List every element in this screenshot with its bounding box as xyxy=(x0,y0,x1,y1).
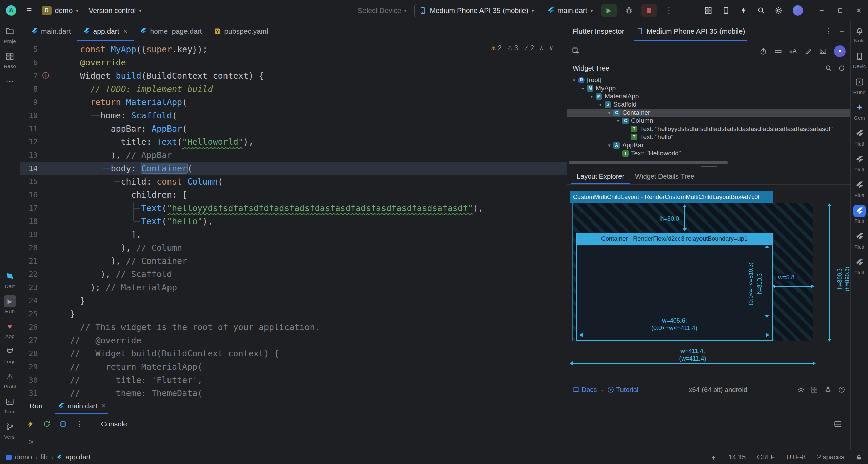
show-baselines-icon[interactable]: aA xyxy=(789,47,797,55)
stop-button[interactable] xyxy=(641,4,657,17)
chevron-down-icon[interactable]: ▾ xyxy=(588,94,595,99)
toolwindow-button-gemini[interactable]: Gem xyxy=(851,102,868,121)
indent-setting[interactable]: 2 spaces xyxy=(817,453,844,461)
code-line[interactable]: 5 const MyApp({super.key}); xyxy=(20,43,567,56)
line-number[interactable]: 16 xyxy=(20,188,38,201)
toolwindow-button-app-quality-insights[interactable]: ♥App xyxy=(0,320,20,339)
hide-panel-icon[interactable] xyxy=(839,28,845,34)
tree-node-root[interactable]: ▾R[root] xyxy=(567,76,850,84)
line-number[interactable]: 10 xyxy=(20,109,38,122)
code-line[interactable]: 8 // TODO: implement build xyxy=(20,82,567,96)
code-line[interactable]: 25} xyxy=(20,307,567,321)
toolwindow-button-running-devices[interactable]: Runn xyxy=(851,76,868,95)
line-number[interactable]: 21 xyxy=(20,254,38,268)
close-tab-icon[interactable]: × xyxy=(123,27,128,36)
line-number[interactable]: 5 xyxy=(20,43,38,56)
chevron-down-icon[interactable]: ▾ xyxy=(606,143,613,148)
line-number[interactable]: 19 xyxy=(20,228,38,241)
help-icon[interactable]: ? xyxy=(838,386,845,393)
code-line[interactable]: 30// title: 'Flutter', xyxy=(20,373,567,387)
tree-node-MaterialApp[interactable]: ▾MMaterialApp xyxy=(567,92,850,100)
close-button[interactable] xyxy=(856,7,862,14)
code-line[interactable]: 15 child: const Column( xyxy=(20,175,567,188)
tree-node-Column[interactable]: ▾CColumn xyxy=(567,117,850,125)
file-encoding[interactable]: UTF-8 xyxy=(786,453,806,461)
maximize-button[interactable] xyxy=(837,8,843,13)
code-line[interactable]: 14 body: Container( xyxy=(20,162,567,175)
tab-options-icon[interactable]: ⋮ xyxy=(855,21,863,41)
code-line[interactable]: 22 ), // Scaffold xyxy=(20,268,567,281)
passed-count[interactable]: ✓ 2 xyxy=(524,44,534,52)
editor-tab-home_page.dart[interactable]: home_page.dart xyxy=(134,21,208,41)
breadcrumb-project[interactable]: demo xyxy=(15,453,32,461)
toolwindow-button-project-folder[interactable]: Proje xyxy=(0,25,20,44)
tree-node-Text[interactable]: TText: "hello" xyxy=(567,133,850,141)
line-number[interactable]: 11 xyxy=(20,122,38,135)
user-avatar[interactable] xyxy=(793,5,803,16)
tree-node-AppBar[interactable]: ▾AAppBar xyxy=(567,141,850,149)
line-number[interactable]: 31 xyxy=(20,387,38,398)
code-line[interactable]: 26 // This widget is the root of your ap… xyxy=(20,321,567,334)
line-number[interactable]: 13 xyxy=(20,149,38,162)
chevron-down-icon[interactable]: ▾ xyxy=(597,102,604,107)
line-number[interactable]: 23 xyxy=(20,281,38,294)
toolwindow-button-flutter-coverage[interactable]: Flutt xyxy=(851,179,868,198)
code-line[interactable]: 7↑ Widget build(BuildContext context) { xyxy=(20,69,567,82)
toolwindow-button-dart[interactable]: Dart xyxy=(0,270,20,289)
device-selector[interactable]: Medium Phone API 35 (mobile) ▾ xyxy=(414,4,539,17)
inspector-settings-icon[interactable] xyxy=(797,386,804,393)
breadcrumb-folder[interactable]: lib xyxy=(41,453,48,461)
code-line[interactable]: 24 } xyxy=(20,294,567,307)
code-line[interactable]: 18 Text("hello"), xyxy=(20,215,567,228)
toolwindow-button-flutter-performance[interactable]: Flutt xyxy=(851,128,868,147)
editor-tab-pubspec.yaml[interactable]: Ypubspec.yaml xyxy=(208,21,274,41)
debug-button[interactable] xyxy=(625,6,633,15)
settings-icon[interactable] xyxy=(775,7,783,14)
panel-options-icon[interactable]: ⋮ xyxy=(825,27,832,36)
code-line[interactable]: 13 ), // AppBar xyxy=(20,149,567,162)
line-number[interactable]: 20 xyxy=(20,241,38,254)
line-number[interactable]: 18 xyxy=(20,215,38,228)
hot-restart-icon[interactable] xyxy=(43,420,51,428)
code-line[interactable]: 21 ), // Container xyxy=(20,254,567,268)
more-actions-icon[interactable]: ⋮ xyxy=(665,6,673,15)
lightning-icon[interactable] xyxy=(740,7,747,14)
refresh-tree-icon[interactable] xyxy=(838,65,845,72)
editor-tab-app.dart[interactable]: app.dart× xyxy=(77,21,134,41)
code-line[interactable]: 9 return MaterialApp( xyxy=(20,96,567,109)
breadcrumb-file[interactable]: app.dart xyxy=(65,453,90,461)
code-line[interactable]: 6 @override xyxy=(20,56,567,69)
device-mirroring-icon[interactable] xyxy=(722,7,730,14)
show-guidelines-icon[interactable] xyxy=(774,47,782,55)
chevron-down-icon[interactable]: ▾ xyxy=(579,86,586,91)
layout-settings-icon[interactable] xyxy=(834,420,842,428)
toolwindow-button-version-control[interactable]: Versi xyxy=(0,421,20,440)
tree-node-Text[interactable]: TText: "helloyydsfsdfafsdfdfadsfadsfdasf… xyxy=(567,125,850,133)
weak-warnings-count[interactable]: ⚠ 3 xyxy=(507,44,518,52)
tree-node-Scaffold[interactable]: ▾SScaffold xyxy=(567,100,850,109)
code-line[interactable]: 16 children: [ xyxy=(20,188,567,201)
run-tab-main-dart[interactable]: main.dart × xyxy=(55,398,108,414)
chevron-down-icon[interactable]: ▾ xyxy=(606,110,613,115)
editor-tab-main.dart[interactable]: main.dart xyxy=(25,21,77,41)
minimize-button[interactable] xyxy=(818,7,825,14)
docs-link[interactable]: Docs xyxy=(573,386,597,394)
tree-node-Text[interactable]: TText: "Helloworld" xyxy=(567,149,850,157)
toolwindow-button-device-manager[interactable]: Devic xyxy=(851,50,868,69)
line-number[interactable]: 14 xyxy=(20,162,38,175)
line-number[interactable]: 12 xyxy=(20,135,38,149)
line-number[interactable]: 24 xyxy=(20,294,38,307)
warnings-count[interactable]: ⚠ 2 xyxy=(491,44,501,52)
line-number[interactable]: 26 xyxy=(20,321,38,334)
toolwindow-button-run[interactable]: ▶Run xyxy=(0,295,20,314)
inspector-device-tab[interactable]: Medium Phone API 35 (mobile) xyxy=(634,21,747,41)
code-line[interactable]: 19 ], xyxy=(20,228,567,241)
toolwindow-button-more-horizontal[interactable]: ⋯ xyxy=(0,75,20,89)
line-number[interactable]: 22 xyxy=(20,268,38,281)
more-actions-icon[interactable]: ⋮ xyxy=(76,420,83,429)
bug-report-icon[interactable] xyxy=(825,386,831,393)
tab-layout-explorer[interactable]: Layout Explorer xyxy=(571,169,630,184)
line-number[interactable]: 27 xyxy=(20,334,38,347)
panel-splitter[interactable] xyxy=(701,166,717,167)
code-line[interactable]: 29// return MaterialApp( xyxy=(20,360,567,373)
